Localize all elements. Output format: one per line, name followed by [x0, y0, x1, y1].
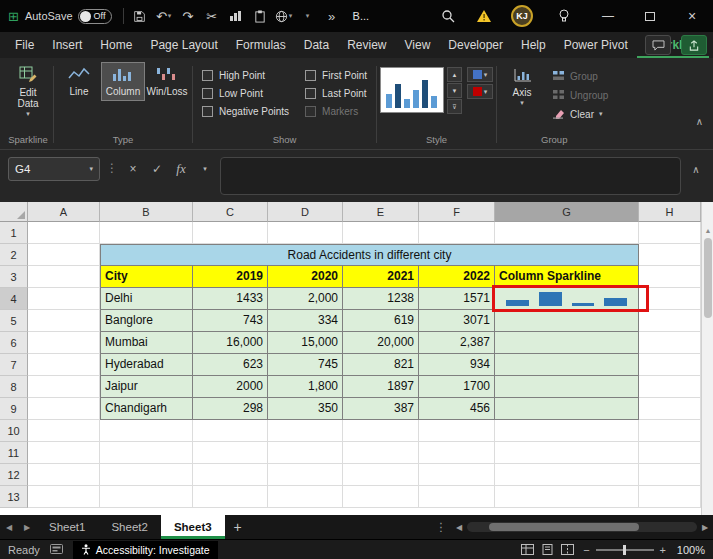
cell-E5[interactable]: 619: [343, 310, 419, 332]
minimize-button[interactable]: —: [587, 0, 629, 32]
macro-record-icon[interactable]: [50, 544, 63, 556]
cell-C3[interactable]: 2019: [193, 266, 268, 288]
menu-item-data[interactable]: Data: [295, 32, 338, 58]
new-sheet-button[interactable]: +: [225, 515, 251, 539]
normal-view-icon[interactable]: [521, 544, 534, 555]
edit-data-button[interactable]: Edit Data ▾: [6, 62, 50, 121]
undo-icon[interactable]: ↶▾: [153, 4, 175, 28]
cell-H2[interactable]: [639, 244, 701, 266]
cell-A1[interactable]: [28, 222, 100, 244]
cell-H5[interactable]: [639, 310, 701, 332]
cell-G13[interactable]: [495, 486, 639, 508]
cell-A4[interactable]: [28, 288, 100, 310]
menu-item-home[interactable]: Home: [91, 32, 141, 58]
tab-nav-right-icon[interactable]: ▶: [18, 515, 36, 539]
cell-C1[interactable]: [193, 222, 268, 244]
cell-G7[interactable]: [495, 354, 639, 376]
cell-A10[interactable]: [28, 420, 100, 442]
cell-A12[interactable]: [28, 464, 100, 486]
cell-A8[interactable]: [28, 376, 100, 398]
checkbox-last-point[interactable]: Last Point: [305, 88, 367, 99]
page-layout-view-icon[interactable]: [541, 544, 554, 555]
cell-G3[interactable]: Column Sparkline: [495, 266, 639, 288]
web-icon[interactable]: ▾: [273, 4, 295, 28]
row-header-10[interactable]: 10: [0, 420, 28, 442]
vertical-scroll-thumb[interactable]: [704, 238, 712, 318]
cell-F1[interactable]: [419, 222, 495, 244]
tab-nav-left-icon[interactable]: ◀: [0, 515, 18, 539]
column-header-H[interactable]: H: [639, 202, 701, 222]
cell-E1[interactable]: [343, 222, 419, 244]
cell-B5[interactable]: Banglore: [100, 310, 193, 332]
cell-C12[interactable]: [193, 464, 268, 486]
cell-A11[interactable]: [28, 442, 100, 464]
cell-B11[interactable]: [100, 442, 193, 464]
style-gallery[interactable]: [380, 67, 444, 113]
cell-H7[interactable]: [639, 354, 701, 376]
collapse-ribbon-icon[interactable]: ∧: [696, 116, 703, 127]
cell-E9[interactable]: 387: [343, 398, 419, 420]
qat-overflow-icon[interactable]: »: [321, 4, 343, 28]
menu-item-power-pivot[interactable]: Power Pivot: [555, 32, 637, 58]
column-header-F[interactable]: F: [419, 202, 495, 222]
row-header-5[interactable]: 5: [0, 310, 28, 332]
cell-A13[interactable]: [28, 486, 100, 508]
cell-E4[interactable]: 1238: [343, 288, 419, 310]
zoom-out-button[interactable]: −: [583, 544, 589, 556]
cell-C9[interactable]: 298: [193, 398, 268, 420]
cell-C8[interactable]: 2000: [193, 376, 268, 398]
menu-item-insert[interactable]: Insert: [43, 32, 91, 58]
cell-H12[interactable]: [639, 464, 701, 486]
save-icon[interactable]: [129, 4, 151, 28]
cell-C6[interactable]: 16,000: [193, 332, 268, 354]
cell-G5[interactable]: [495, 310, 639, 332]
column-header-A[interactable]: A: [28, 202, 100, 222]
cell-C7[interactable]: 623: [193, 354, 268, 376]
cell-D6[interactable]: 15,000: [268, 332, 343, 354]
cell-E13[interactable]: [343, 486, 419, 508]
cell-H10[interactable]: [639, 420, 701, 442]
page-break-view-icon[interactable]: [561, 544, 574, 555]
menu-item-page-layout[interactable]: Page Layout: [141, 32, 226, 58]
cell-B8[interactable]: Jaipur: [100, 376, 193, 398]
gallery-up-icon[interactable]: ▲: [447, 67, 462, 82]
row-header-4[interactable]: 4: [0, 288, 28, 310]
cell-B13[interactable]: [100, 486, 193, 508]
zoom-in-button[interactable]: +: [660, 544, 666, 556]
redo-icon[interactable]: ↷: [177, 4, 199, 28]
sparkline-color-button[interactable]: ▾: [467, 67, 493, 82]
zoom-slider[interactable]: [596, 549, 654, 551]
cell-C11[interactable]: [193, 442, 268, 464]
user-avatar[interactable]: KJ: [511, 5, 533, 27]
cell-H1[interactable]: [639, 222, 701, 244]
cell-B2-merged-title[interactable]: Road Accidents in different city: [100, 244, 639, 266]
sheet-tab-sheet2[interactable]: Sheet2: [98, 515, 160, 539]
chart-icon[interactable]: [225, 4, 247, 28]
marker-color-button[interactable]: ▾: [467, 84, 493, 99]
cell-D1[interactable]: [268, 222, 343, 244]
row-header-9[interactable]: 9: [0, 398, 28, 420]
cell-E3[interactable]: 2021: [343, 266, 419, 288]
scroll-up-icon[interactable]: ▲: [702, 224, 713, 236]
horizontal-scroll-track[interactable]: [467, 522, 697, 532]
cell-E7[interactable]: 821: [343, 354, 419, 376]
cell-E12[interactable]: [343, 464, 419, 486]
insert-function-icon[interactable]: fx: [172, 157, 190, 181]
cell-A9[interactable]: [28, 398, 100, 420]
cell-A7[interactable]: [28, 354, 100, 376]
menu-item-help[interactable]: Help: [512, 32, 555, 58]
cut-icon[interactable]: ✂: [201, 4, 223, 28]
vertical-scrollbar[interactable]: ▲: [701, 202, 713, 515]
cell-H11[interactable]: [639, 442, 701, 464]
cell-D7[interactable]: 745: [268, 354, 343, 376]
cell-D3[interactable]: 2020: [268, 266, 343, 288]
select-all-corner[interactable]: [0, 202, 28, 222]
dropdown-caret-icon[interactable]: ▾: [297, 4, 319, 28]
cell-F8[interactable]: 1700: [419, 376, 495, 398]
row-header-2[interactable]: 2: [0, 244, 28, 266]
sheet-tab-sheet1[interactable]: Sheet1: [36, 515, 98, 539]
cell-G12[interactable]: [495, 464, 639, 486]
horizontal-scrollbar[interactable]: ◀ ▶: [451, 515, 713, 539]
column-header-G[interactable]: G: [495, 202, 639, 222]
cell-C5[interactable]: 743: [193, 310, 268, 332]
